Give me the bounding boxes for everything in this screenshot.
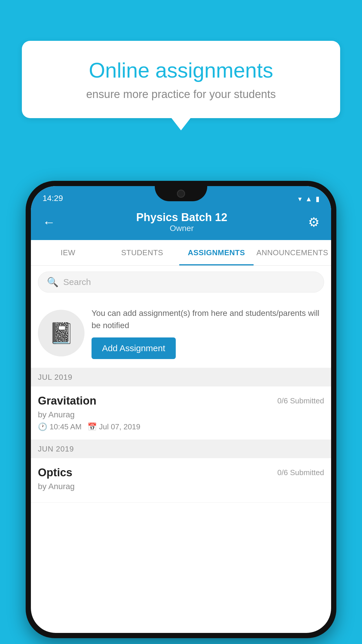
- section-jul-2019: JUL 2019: [31, 368, 331, 386]
- back-button[interactable]: ←: [43, 215, 55, 230]
- clock-icon: 🕐: [38, 422, 47, 431]
- tabs-bar: IEW STUDENTS ASSIGNMENTS ANNOUNCEMENTS: [31, 240, 331, 266]
- promo-icon-circle: 📓: [38, 310, 85, 356]
- calendar-icon: 📅: [87, 422, 97, 431]
- search-icon: 🔍: [47, 276, 59, 288]
- speech-bubble-subtitle: ensure more practice for your students: [42, 88, 320, 101]
- tab-iew[interactable]: IEW: [31, 240, 105, 265]
- app-header: ← Physics Batch 12 Owner ⚙: [31, 206, 331, 240]
- assignment-time: 10:45 AM: [50, 422, 82, 431]
- meta-date: 📅 Jul 07, 2019: [87, 422, 140, 431]
- tab-students[interactable]: STUDENTS: [105, 240, 180, 265]
- promo-description: You can add assignment(s) from here and …: [92, 307, 324, 332]
- battery-icon: ▮: [316, 195, 319, 203]
- notebook-icon: 📓: [49, 321, 74, 345]
- status-icons: ▾ ▲ ▮: [298, 195, 319, 203]
- phone-frame: 14:29 ▾ ▲ ▮ ← Physics Batch 12 Owner ⚙ I…: [26, 181, 336, 638]
- assignment-row-top: Gravitation 0/6 Submitted: [38, 395, 324, 407]
- assignment-by-optics: by Anurag: [38, 482, 324, 491]
- assignment-meta-gravitation: 🕐 10:45 AM 📅 Jul 07, 2019: [38, 422, 324, 431]
- wifi-icon: ▾: [298, 195, 302, 203]
- assignment-submitted-optics: 0/6 Submitted: [277, 468, 324, 477]
- section-jun-2019: JUN 2019: [31, 440, 331, 458]
- meta-time: 🕐 10:45 AM: [38, 422, 82, 431]
- speech-bubble-title: Online assignments: [42, 58, 320, 82]
- header-center: Physics Batch 12 Owner: [136, 211, 227, 233]
- search-placeholder: Search: [63, 277, 91, 287]
- settings-button[interactable]: ⚙: [308, 215, 319, 230]
- assignment-item-optics[interactable]: Optics 0/6 Submitted by Anurag: [31, 458, 331, 503]
- tab-announcements[interactable]: ANNOUNCEMENTS: [254, 240, 331, 265]
- assignment-by-gravitation: by Anurag: [38, 410, 324, 419]
- signal-icon: ▲: [305, 195, 312, 203]
- search-bar[interactable]: 🔍 Search: [38, 272, 324, 293]
- speech-bubble-container: Online assignments ensure more practice …: [22, 41, 340, 118]
- assignment-row-top-optics: Optics 0/6 Submitted: [38, 466, 324, 479]
- assignment-date: Jul 07, 2019: [99, 422, 140, 431]
- add-assignment-button[interactable]: Add Assignment: [92, 337, 176, 359]
- assignment-name-optics: Optics: [38, 466, 72, 479]
- promo-section: 📓 You can add assignment(s) from here an…: [31, 298, 331, 368]
- status-time: 14:29: [43, 194, 63, 203]
- batch-subtitle: Owner: [136, 224, 227, 233]
- camera-icon: [177, 190, 185, 198]
- search-bar-container: 🔍 Search: [31, 266, 331, 298]
- speech-bubble: Online assignments ensure more practice …: [22, 41, 340, 118]
- assignment-item-gravitation[interactable]: Gravitation 0/6 Submitted by Anurag 🕐 10…: [31, 386, 331, 440]
- batch-title: Physics Batch 12: [136, 211, 227, 224]
- phone-notch: [155, 186, 207, 201]
- tab-assignments[interactable]: ASSIGNMENTS: [179, 240, 254, 265]
- promo-text-area: You can add assignment(s) from here and …: [92, 307, 324, 359]
- assignment-submitted-gravitation: 0/6 Submitted: [277, 396, 324, 405]
- phone-screen: 14:29 ▾ ▲ ▮ ← Physics Batch 12 Owner ⚙ I…: [31, 186, 331, 633]
- assignment-name-gravitation: Gravitation: [38, 395, 96, 407]
